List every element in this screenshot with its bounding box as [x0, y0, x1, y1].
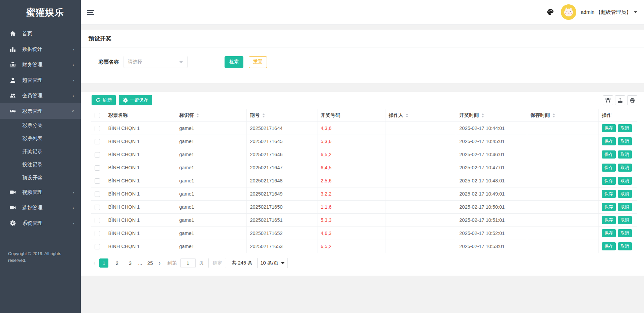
row-checkbox[interactable] — [95, 139, 100, 144]
submenu-item-draw-records[interactable]: 开奖记录 — [0, 145, 81, 158]
row-checkbox[interactable] — [95, 218, 100, 223]
cell-code: game1 — [176, 214, 246, 227]
row-cancel-button[interactable]: 取消 — [618, 203, 632, 211]
cell-code: game1 — [176, 187, 246, 201]
row-save-button[interactable]: 保存 — [602, 190, 616, 198]
cell-operator — [385, 201, 456, 214]
sidebar-item-label: 首页 — [22, 31, 32, 37]
cell-save-time — [527, 161, 598, 174]
sidebar-item-home[interactable]: 首页 — [0, 26, 81, 41]
sidebar-item-video[interactable]: 视频管理 › — [0, 184, 81, 200]
search-button[interactable]: 检索 — [225, 56, 243, 68]
content: 预设开奖 彩票名称 请选择 检索 重置 刷新 — [81, 25, 644, 313]
table-wrap: 彩票名称 标识符 期号 开奖号码 操作人 开奖时间 保存时间 操作 — [81, 109, 644, 253]
sidebar-item-concubine[interactable]: 选妃管理 › — [0, 200, 81, 215]
row-save-button[interactable]: 保存 — [602, 137, 616, 145]
sidebar-item-system[interactable]: 系统管理 › — [0, 215, 81, 231]
sidebar-item-finance[interactable]: 财务管理 › — [0, 57, 81, 72]
row-cancel-button[interactable]: 取消 — [618, 216, 632, 224]
select-all-checkbox[interactable] — [95, 113, 100, 118]
table-row: BÌNH CHỌN 1 game1 202502171650 1,1,6 202… — [91, 201, 637, 214]
export-button[interactable] — [615, 95, 625, 105]
cell-lottery-name: BÌNH CHỌN 1 — [105, 161, 176, 174]
row-cancel-button[interactable]: 取消 — [618, 164, 632, 172]
print-button[interactable] — [627, 95, 637, 105]
submenu-item-bet-records[interactable]: 投注记录 — [0, 158, 81, 171]
row-save-button[interactable]: 保存 — [602, 203, 616, 211]
page-button[interactable]: 2 — [112, 258, 122, 268]
reset-button[interactable]: 重置 — [249, 56, 267, 68]
row-checkbox[interactable] — [95, 192, 100, 197]
sort-icon[interactable] — [552, 113, 555, 117]
row-save-button[interactable]: 保存 — [602, 229, 616, 237]
sort-icon[interactable] — [196, 113, 199, 117]
per-page-select[interactable]: 10 条/页 — [257, 258, 288, 268]
preset-draw-table: 彩票名称 标识符 期号 开奖号码 操作人 开奖时间 保存时间 操作 — [91, 109, 637, 253]
page-button[interactable]: 25 — [145, 258, 155, 268]
row-checkbox[interactable] — [95, 152, 100, 158]
refresh-label: 刷新 — [103, 97, 112, 103]
row-cancel-button[interactable]: 取消 — [618, 190, 632, 198]
sidebar-item-members[interactable]: 会员管理 › — [0, 88, 81, 103]
row-cancel-button[interactable]: 取消 — [618, 150, 632, 159]
cell-numbers: 6,4,5 — [317, 161, 385, 174]
page-button[interactable]: 1 — [99, 258, 108, 268]
goto-page-input[interactable] — [180, 258, 196, 268]
next-page-icon[interactable]: › — [157, 260, 162, 266]
row-cancel-button[interactable]: 取消 — [618, 137, 632, 145]
page-ellipsis: ... — [138, 260, 142, 266]
row-checkbox[interactable] — [95, 244, 100, 249]
lottery-name-select[interactable]: 请选择 — [124, 56, 188, 68]
cell-numbers: 6,5,2 — [317, 148, 385, 161]
row-cancel-button[interactable]: 取消 — [618, 177, 632, 185]
row-save-button[interactable]: 保存 — [602, 150, 616, 159]
row-checkbox[interactable] — [95, 126, 100, 131]
submenu-item-lottery-category[interactable]: 彩票分类 — [0, 119, 81, 132]
sidebar-item-superadmin[interactable]: 超管管理 › — [0, 72, 81, 88]
row-save-button[interactable]: 保存 — [602, 164, 616, 172]
cell-lottery-name: BÌNH CHỌN 1 — [105, 174, 176, 187]
refresh-button[interactable]: 刷新 — [92, 95, 116, 105]
main-area: admin 【超级管理员】 预设开奖 彩票名称 请选择 检索 重置 — [81, 0, 644, 313]
cell-lottery-name: BÌNH CHỌN 1 — [105, 201, 176, 214]
row-cancel-button[interactable]: 取消 — [618, 229, 632, 237]
sort-icon[interactable] — [481, 113, 484, 117]
avatar[interactable] — [561, 4, 576, 20]
bar-chart-icon — [10, 46, 16, 52]
goto-confirm-button[interactable]: 确定 — [208, 258, 226, 268]
row-cancel-button[interactable]: 取消 — [618, 124, 632, 132]
cell-draw-time: 2025-02-17 10:44:01 — [456, 122, 527, 135]
cell-draw-time: 2025-02-17 10:50:01 — [456, 201, 527, 214]
columns-icon — [605, 98, 611, 103]
theme-palette-icon[interactable] — [547, 8, 555, 16]
menu-toggle-icon[interactable] — [87, 9, 94, 16]
user-menu[interactable]: admin 【超级管理员】 — [581, 9, 637, 15]
row-checkbox[interactable] — [95, 165, 100, 171]
page-button[interactable]: 3 — [126, 258, 135, 268]
cell-issue: 202502171645 — [246, 135, 317, 148]
filter-panel: 预设开奖 彩票名称 请选择 检索 重置 — [81, 30, 644, 83]
row-checkbox[interactable] — [95, 231, 100, 236]
sort-icon[interactable] — [406, 113, 408, 117]
sidebar-item-lottery[interactable]: 彩票管理 ˅ — [0, 103, 81, 119]
cell-issue: 202502171648 — [246, 174, 317, 187]
table-row: BÌNH CHỌN 1 game1 202502171651 5,3,3 202… — [91, 214, 637, 227]
row-save-button[interactable]: 保存 — [602, 216, 616, 224]
submenu-item-label: 预设开奖 — [22, 175, 42, 181]
row-save-button[interactable]: 保存 — [602, 177, 616, 185]
sort-icon[interactable] — [262, 113, 265, 117]
row-checkbox[interactable] — [95, 205, 100, 210]
save-all-button[interactable]: 一键保存 — [119, 95, 152, 105]
row-save-button[interactable]: 保存 — [602, 242, 616, 250]
submenu-item-lottery-list[interactable]: 彩票列表 — [0, 132, 81, 145]
sidebar-item-statistics[interactable]: 数据统计 › — [0, 41, 81, 57]
prev-page-icon[interactable]: ‹ — [92, 260, 97, 266]
row-cancel-button[interactable]: 取消 — [618, 242, 632, 250]
cell-operator — [385, 148, 456, 161]
submenu-item-preset-draw[interactable]: 预设开奖 — [0, 171, 81, 184]
cell-numbers: 5,3,6 — [317, 135, 385, 148]
col-code: 标识符 — [179, 112, 194, 118]
columns-toggle-button[interactable] — [603, 95, 613, 105]
row-save-button[interactable]: 保存 — [602, 124, 616, 132]
row-checkbox[interactable] — [95, 178, 100, 184]
